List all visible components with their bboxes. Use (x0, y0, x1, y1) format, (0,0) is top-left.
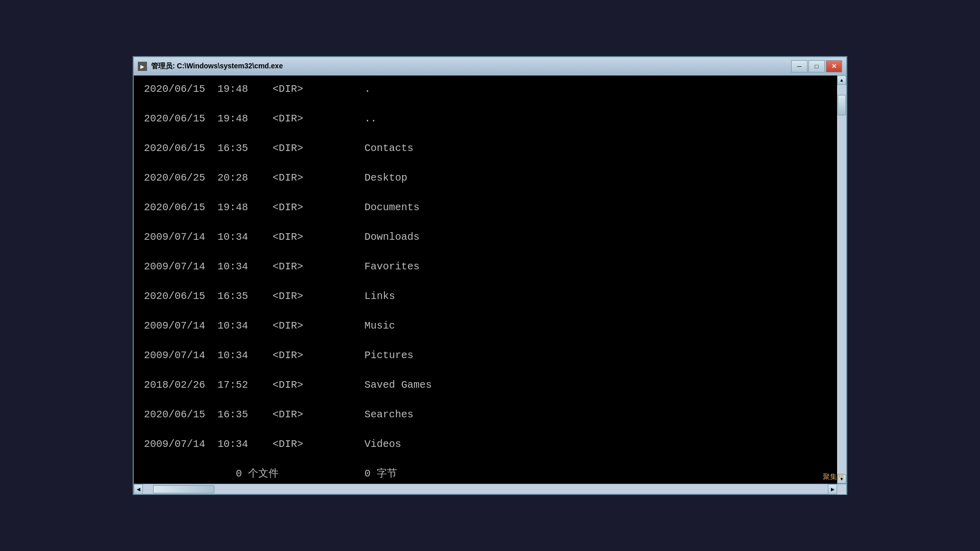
scroll-corner (837, 484, 846, 494)
minimize-button[interactable]: ─ (791, 60, 807, 72)
scroll-right-arrow[interactable]: ▶ (828, 484, 837, 494)
horizontal-scroll-track[interactable] (143, 484, 828, 494)
vertical-scrollbar: ▲ ▼ (837, 76, 846, 484)
scroll-left-arrow[interactable]: ◀ (134, 484, 143, 494)
window-body: 2020/06/15 19:48 <DIR> . 2020/06/15 19:4… (134, 76, 846, 484)
titlebar-left: 管理员: C:\Windows\system32\cmd.exe (138, 62, 283, 71)
titlebar-buttons: ─ □ ✕ (791, 60, 842, 72)
scroll-track[interactable] (837, 85, 846, 474)
scroll-up-arrow[interactable]: ▲ (837, 76, 846, 85)
horizontal-scroll-thumb[interactable] (153, 485, 214, 493)
close-button[interactable]: ✕ (826, 60, 842, 72)
window-icon (138, 62, 147, 71)
window-title: 管理员: C:\Windows\system32\cmd.exe (151, 62, 283, 71)
scroll-thumb[interactable] (838, 95, 846, 115)
terminal-output[interactable]: 2020/06/15 19:48 <DIR> . 2020/06/15 19:4… (134, 76, 837, 484)
watermark: 聚集网 (823, 472, 844, 482)
maximize-button[interactable]: □ (808, 60, 825, 72)
titlebar: 管理员: C:\Windows\system32\cmd.exe ─ □ ✕ (134, 57, 846, 76)
bottom-bar: ◀ ▶ (134, 484, 846, 494)
cmd-window: 管理员: C:\Windows\system32\cmd.exe ─ □ ✕ 2… (133, 56, 847, 495)
